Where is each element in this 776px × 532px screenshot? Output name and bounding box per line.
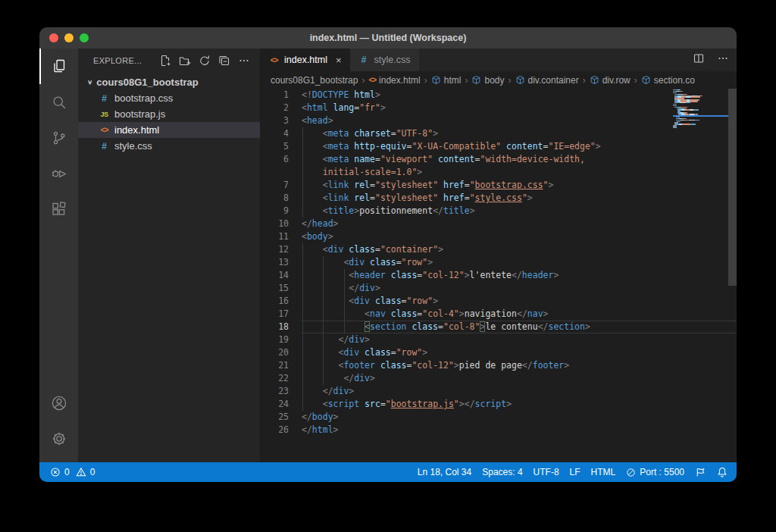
editor-more-actions-icon[interactable] [717, 52, 729, 67]
breadcrumb-item-index.html[interactable]: <>index.html [368, 75, 420, 86]
code-line-5[interactable]: 5 <meta http-equiv="X-UA-Compatible" con… [260, 140, 737, 153]
minimize-window-button[interactable] [64, 33, 74, 42]
code-line-1[interactable]: 1<!DOCTYPE html> [260, 89, 737, 102]
status-language-mode[interactable]: HTML [586, 462, 621, 482]
code-line-2[interactable]: 2<html lang="fr"> [260, 102, 737, 114]
breadcrumb-item-div.container[interactable]: div.container [515, 75, 579, 86]
line-number[interactable]: 4 [260, 127, 302, 140]
code-line-7[interactable]: 7 <link rel="stylesheet" href="bootstrap… [260, 179, 737, 192]
code-line-17[interactable]: 17 <nav class="col-4">navigation</nav> [260, 308, 737, 321]
code-line-23[interactable]: 23 </div> [260, 385, 737, 398]
line-number[interactable]: 8 [260, 192, 302, 205]
line-number[interactable]: 25 [260, 411, 302, 424]
breadcrumb-item-div.row[interactable]: div.row [590, 75, 630, 86]
line-number[interactable]: 9 [260, 205, 302, 217]
code-line-25[interactable]: 25</body> [260, 411, 737, 424]
code-line-26[interactable]: 26</html> [260, 424, 737, 437]
status-cursor-position[interactable]: Ln 18, Col 34 [412, 462, 477, 482]
code-line-11[interactable]: 11<body> [260, 230, 737, 243]
code-line-20[interactable]: 20 <div class="row"> [260, 346, 737, 359]
status-warnings[interactable]: 0 [73, 462, 99, 482]
status-indentation[interactable]: Spaces: 4 [477, 462, 527, 482]
code-line-8[interactable]: 8 <link rel="stylesheet" href="style.css… [260, 192, 737, 205]
line-number[interactable]: 20 [260, 346, 302, 359]
status-errors[interactable]: 0 [47, 462, 73, 482]
refresh-icon[interactable] [196, 52, 213, 69]
line-number[interactable]: 5 [260, 140, 302, 153]
code-line-4[interactable]: 4 <meta charset="UTF-8"> [260, 127, 737, 140]
source-control-icon[interactable] [39, 120, 78, 155]
new-folder-icon[interactable] [177, 52, 193, 69]
code-line-16[interactable]: 16 <div class="row"> [260, 295, 737, 308]
close-window-button[interactable] [49, 33, 58, 42]
line-number[interactable]: 11 [260, 230, 302, 243]
status-eol[interactable]: LF [565, 462, 586, 482]
line-number[interactable]: 10 [260, 217, 302, 230]
code-line-22[interactable]: 22 </div> [260, 372, 737, 385]
explorer-file-bootstrap.css[interactable]: #bootstrap.css [78, 90, 260, 106]
line-number[interactable]: 18 [260, 321, 302, 333]
line-number[interactable]: 22 [260, 372, 302, 385]
folder-root[interactable]: ∨ cours08G1_bootstrap [78, 74, 260, 90]
explorer-icon[interactable] [39, 49, 78, 84]
code-line-19[interactable]: 19 </div> [260, 333, 737, 346]
feedback-icon[interactable] [690, 462, 712, 482]
line-number[interactable]: 1 [260, 89, 302, 102]
line-number[interactable]: 15 [260, 282, 302, 295]
line-number[interactable] [260, 166, 302, 179]
code-line-6[interactable]: 6 <meta name="viewport" content="width=d… [260, 153, 737, 166]
code-line-18[interactable]: 18 <section class="col-8">le contenu</se… [260, 321, 737, 333]
file-name: bootstrap.js [114, 108, 165, 120]
line-number[interactable]: 17 [260, 308, 302, 321]
run-and-debug-icon[interactable] [39, 155, 78, 191]
line-number[interactable]: 6 [260, 153, 302, 166]
code-line-24[interactable]: 24 <script src="bootstrap.js"></script> [260, 398, 737, 411]
line-number[interactable]: 24 [260, 398, 302, 411]
code-line-15[interactable]: 15 </div> [260, 282, 737, 295]
line-number[interactable]: 7 [260, 179, 302, 192]
search-icon[interactable] [39, 84, 78, 120]
line-number[interactable]: 3 [260, 114, 302, 127]
explorer-file-bootstrap.js[interactable]: JSbootstrap.js [78, 106, 260, 122]
maximize-window-button[interactable] [80, 33, 89, 42]
accounts-icon[interactable] [39, 385, 78, 421]
code-line-12[interactable]: 12 <div class="container"> [260, 243, 737, 256]
code-editor[interactable]: 1<!DOCTYPE html>2<html lang="fr">3<head>… [260, 89, 737, 462]
code-line-3[interactable]: 3<head> [260, 114, 737, 127]
code-line-14[interactable]: 14 <header class="col-12">l'entete</head… [260, 269, 737, 282]
split-editor-icon[interactable] [693, 52, 705, 67]
code-line-10[interactable]: 10</head> [260, 217, 737, 230]
explorer-file-style.css[interactable]: #style.css [78, 138, 260, 154]
tab-close-icon[interactable]: × [336, 55, 342, 66]
tab-index.html[interactable]: <>index.html× [260, 49, 350, 71]
line-number[interactable]: 14 [260, 269, 302, 282]
new-file-icon[interactable] [157, 52, 174, 69]
line-number[interactable]: 2 [260, 102, 302, 114]
more-actions-icon[interactable] [236, 52, 252, 69]
line-number[interactable]: 19 [260, 333, 302, 346]
live-server-port[interactable]: Port : 5500 [621, 462, 690, 482]
explorer-file-index.html[interactable]: <>index.html [78, 122, 260, 138]
extensions-icon[interactable] [39, 191, 78, 227]
scrollbar-thumb[interactable] [728, 89, 737, 286]
line-number[interactable]: 23 [260, 385, 302, 398]
code-line-21[interactable]: 21 <footer class="col-12">pied de page</… [260, 359, 737, 372]
line-number[interactable]: 16 [260, 295, 302, 308]
line-number[interactable]: 13 [260, 256, 302, 269]
line-number[interactable]: 26 [260, 424, 302, 437]
tab-style.css[interactable]: #style.css [350, 49, 420, 71]
status-encoding[interactable]: UTF-8 [528, 462, 565, 482]
line-number[interactable]: 12 [260, 243, 302, 256]
breadcrumb-item-body[interactable]: body [471, 75, 504, 86]
code-line-13[interactable]: 13 <div class="row"> [260, 256, 737, 269]
breadcrumb-item-section.co[interactable]: section.co [641, 75, 695, 86]
collapse-all-icon[interactable] [216, 52, 233, 69]
breadcrumb-item-cours08G1_bootstrap[interactable]: cours08G1_bootstrap [271, 75, 358, 86]
code-line-9[interactable]: 9 <title>positionnement</title> [260, 205, 737, 217]
breadcrumb-item-html[interactable]: html [431, 75, 462, 86]
minimap[interactable] [673, 89, 728, 128]
line-number[interactable]: 21 [260, 359, 302, 372]
settings-gear-icon[interactable] [39, 421, 78, 456]
code-line-wrap[interactable]: initial-scale=1.0"> [260, 166, 737, 179]
notifications-bell-icon[interactable] [712, 462, 729, 482]
